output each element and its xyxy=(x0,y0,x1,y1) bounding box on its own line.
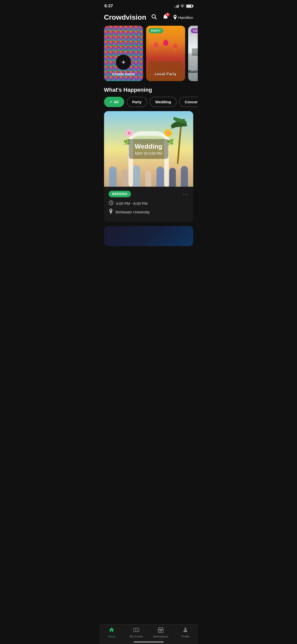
search-button[interactable] xyxy=(150,13,158,22)
conference-event-card[interactable]: CONFERENCE Business Conference xyxy=(188,26,198,81)
notifications-button[interactable]: 0 xyxy=(161,13,170,22)
status-bar: 6:37 xyxy=(100,0,198,10)
attendees-silhouettes xyxy=(104,156,193,187)
filter-concert[interactable]: Concert xyxy=(179,97,197,107)
event-type-badge: WEDDING xyxy=(109,191,131,197)
whats-happening-title: What's Happening xyxy=(100,85,198,97)
featured-date: NOV 20 4:00 PM xyxy=(135,151,162,155)
filter-wedding[interactable]: Wedding xyxy=(150,97,177,107)
conference-title: Business Conference xyxy=(188,69,198,76)
check-icon: ✓ xyxy=(110,100,112,104)
app-title: Crowdvision xyxy=(104,13,148,21)
create-event-card[interactable]: + Create event xyxy=(104,26,143,81)
battery-icon xyxy=(186,5,193,8)
event-location: McMaster University xyxy=(116,210,150,214)
location-pin-icon xyxy=(109,209,113,215)
create-plus-icon: + xyxy=(116,55,131,70)
signal-icon xyxy=(174,4,179,8)
filter-tabs: ✓ All Party Wedding Concert Birthday xyxy=(100,97,198,111)
conference-floor xyxy=(188,53,198,81)
event-detail-card: WEDDING ··· 4:00 PM - 8:00 PM McMaster U… xyxy=(104,187,193,222)
conference-tag: CONFERENCE xyxy=(191,28,198,33)
balloons-decoration xyxy=(154,42,177,48)
notification-badge: 0 xyxy=(166,13,170,17)
location-button[interactable]: Hamilton xyxy=(173,15,193,20)
status-time: 6:37 xyxy=(105,4,113,9)
featured-event-card[interactable]: 🌸 🌼 🌿 🌿 Wedding NOV 20 4:00 PM xyxy=(104,111,193,222)
filter-party[interactable]: Party xyxy=(127,97,147,107)
status-icons xyxy=(174,4,193,8)
event-time: 4:00 PM - 8:00 PM xyxy=(116,201,148,206)
event-detail-header: WEDDING ··· xyxy=(109,191,189,197)
filter-all[interactable]: ✓ All xyxy=(104,97,124,107)
header-actions: 0 Hamilton xyxy=(150,13,193,22)
event-time-row: 4:00 PM - 8:00 PM xyxy=(109,200,189,207)
header: Crowdvision 0 Hamilton xyxy=(100,10,198,26)
party-event-card[interactable]: PARTY Local Party xyxy=(146,26,185,81)
create-event-label: Create event xyxy=(112,72,135,76)
next-event-preview[interactable] xyxy=(104,226,193,246)
featured-event-image: 🌸 🌼 🌿 🌿 Wedding NOV 20 4:00 PM xyxy=(104,111,193,187)
event-cards-scroll: + Create event PARTY Local Party xyxy=(100,26,198,85)
featured-title: Wedding xyxy=(135,143,162,150)
clock-icon xyxy=(109,200,114,207)
featured-overlay: Wedding NOV 20 4:00 PM xyxy=(129,139,168,159)
table-decoration xyxy=(149,61,183,74)
more-options-button[interactable]: ··· xyxy=(183,191,189,197)
event-location-row: McMaster University xyxy=(109,209,189,215)
wifi-icon xyxy=(180,4,185,8)
location-label: Hamilton xyxy=(178,15,193,20)
svg-line-1 xyxy=(155,18,157,19)
party-tag: PARTY xyxy=(149,28,163,33)
